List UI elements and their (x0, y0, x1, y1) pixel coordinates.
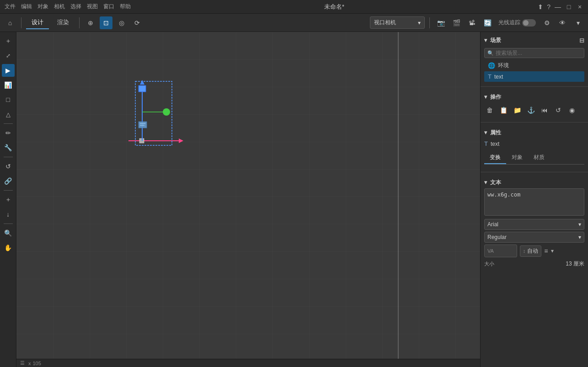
raytracing-control: 光线追踪 (498, 19, 536, 27)
menu-camera[interactable]: 相机 (54, 3, 65, 11)
tab-material[interactable]: 材质 (528, 152, 550, 164)
scene-header[interactable]: ▾ 场景 ⊟ (484, 35, 584, 46)
box-icon[interactable]: □ (2, 93, 15, 106)
pan-tool-icon[interactable]: ✋ (2, 241, 15, 254)
visibility-dropdown[interactable]: ▾ (572, 16, 584, 29)
undo-icon[interactable]: ↺ (2, 160, 15, 173)
menu-file[interactable]: 文件 (5, 3, 16, 11)
topbar-separator-3 (429, 17, 430, 28)
anchor-icon[interactable]: ⚓ (525, 105, 536, 116)
tool-icon[interactable]: 🔧 (2, 141, 15, 154)
text-content-input[interactable]: ww.x6g.com (484, 188, 584, 216)
scene-search-bar: 🔍 (484, 48, 584, 58)
link-icon[interactable]: 🔗 (2, 175, 15, 187)
shape-icon[interactable]: △ (2, 108, 15, 121)
text-obj-label: text (494, 74, 503, 80)
text-section-header[interactable]: ▾ 文本 (484, 177, 584, 188)
svg-rect-10 (139, 122, 147, 128)
svg-point-9 (163, 108, 170, 116)
plus-icon[interactable]: ＋ (2, 193, 15, 206)
transform-tool-icon[interactable]: ⤢ (2, 49, 15, 62)
transform-icon[interactable]: ◎ (115, 16, 128, 29)
minimize-button[interactable]: — (554, 3, 561, 11)
raytracing-toggle[interactable] (522, 19, 536, 27)
lt-separator-1 (4, 123, 13, 124)
stats-icon[interactable]: 📊 (2, 79, 15, 91)
property-tabs: 变换 对象 材质 (484, 152, 584, 165)
hamburger-icon[interactable]: ☰ (20, 360, 25, 366)
menu-view[interactable]: 视图 (87, 3, 98, 11)
folder-icon[interactable]: 📁 (512, 105, 523, 116)
tab-object[interactable]: 对象 (506, 152, 528, 164)
globe-icon[interactable]: ◉ (567, 105, 577, 116)
tab-transform[interactable]: 变换 (484, 152, 506, 164)
viewport-x-label: x (28, 361, 31, 366)
titlebar: 文件 编辑 对象 相机 选择 视图 窗口 帮助 未命名* ⬆ ? — □ × (0, 0, 588, 14)
left-toolbar: ＋ ⤢ ▶ 📊 □ △ ✏ 🔧 ↺ 🔗 ＋ ↓ 🔍 ✋ (0, 32, 16, 367)
delete-icon[interactable]: 🗑 (484, 105, 495, 116)
style-dropdown-arrow: ▾ (578, 234, 581, 240)
text-chevron: ▾ (484, 179, 487, 186)
ops-chevron: ▾ (484, 94, 487, 100)
ops-icons-row: 🗑 📋 📁 ⚓ ⏮ ↺ ◉ (484, 103, 584, 117)
upload-icon[interactable]: ⬆ (538, 3, 543, 11)
size-label: 大小 (484, 261, 494, 267)
text-section: ▾ 文本 ww.x6g.com Arial ▾ Regular ▾ VA 0 (481, 174, 588, 271)
viewport[interactable]: x ☰ x 105 (16, 32, 480, 367)
camera-dropdown-arrow: ▾ (418, 20, 421, 26)
down-icon[interactable]: ↓ (2, 208, 15, 221)
add-object-icon[interactable]: ＋ (2, 35, 15, 48)
menu-select[interactable]: 选择 (70, 3, 81, 11)
camera-dropdown[interactable]: 视口相机 ▾ (370, 16, 425, 29)
size-row: 大小 13 厘米 (484, 260, 584, 268)
viewport-bottom-bar: ☰ x 105 (16, 359, 480, 367)
rotate-icon[interactable]: ⟳ (131, 16, 144, 29)
close-button[interactable]: × (576, 3, 583, 11)
menu-window[interactable]: 窗口 (103, 3, 114, 11)
filter-icon[interactable]: ⊟ (579, 37, 584, 44)
ops-header[interactable]: ▾ 操作 (484, 91, 584, 103)
properties-section: ▾ 属性 T text 变换 对象 材质 (481, 124, 588, 170)
align-dropdown-arrow[interactable]: ▾ (551, 248, 554, 254)
copy-icon[interactable]: 📋 (498, 105, 509, 116)
align-icon[interactable]: ≡ (544, 247, 548, 255)
undo-op-icon[interactable]: ↺ (553, 105, 564, 116)
home-icon[interactable]: ⌂ (4, 16, 16, 29)
search-icon: 🔍 (487, 50, 494, 56)
text-bottom-row: VA 0 ↕ 自动 ≡ ▾ (484, 245, 584, 257)
tracking-icon: VA (487, 248, 494, 254)
snap-icon[interactable]: ⊕ (84, 16, 97, 29)
menu-help[interactable]: 帮助 (120, 3, 131, 11)
selection-icon[interactable]: ⊡ (100, 16, 112, 29)
viewport-coords: 105 (33, 361, 41, 366)
camera-icon-3[interactable]: 📽 (465, 16, 478, 29)
camera-icon-1[interactable]: 📷 (434, 16, 447, 29)
scene-search-input[interactable] (496, 50, 581, 56)
help-icon[interactable]: ? (547, 3, 551, 11)
render-tab[interactable]: 渲染 (52, 16, 75, 29)
ops-title: ▾ 操作 (484, 93, 501, 101)
topbar-separator-1 (21, 17, 21, 28)
select-tool-icon[interactable]: ▶ (2, 64, 15, 77)
scene-item-text[interactable]: T text (484, 71, 584, 82)
search-tool-icon[interactable]: 🔍 (2, 227, 15, 239)
maximize-button[interactable]: □ (565, 3, 572, 11)
render-settings-icon[interactable]: ⚙ (540, 16, 553, 29)
text-section-title: ▾ 文本 (484, 179, 501, 186)
design-tab[interactable]: 设计 (26, 16, 49, 29)
scene-item-env[interactable]: 🌐 环境 (484, 60, 584, 71)
first-frame-icon[interactable]: ⏮ (539, 105, 550, 116)
style-dropdown[interactable]: Regular ▾ (484, 232, 584, 243)
menu-edit[interactable]: 编辑 (21, 3, 32, 11)
camera-icon-4[interactable]: 🔄 (481, 16, 494, 29)
visibility-icon[interactable]: 👁 (556, 16, 569, 29)
paint-icon[interactable]: ✏ (2, 127, 15, 139)
prop-item-text: T text (484, 138, 584, 149)
camera-icon-2[interactable]: 🎬 (450, 16, 463, 29)
auto-label: 自动 (527, 247, 538, 255)
divider-3 (481, 172, 588, 172)
menu-object[interactable]: 对象 (37, 3, 48, 11)
tracking-input[interactable]: 0 (496, 246, 514, 255)
props-header[interactable]: ▾ 属性 (484, 127, 584, 138)
font-dropdown[interactable]: Arial ▾ (484, 219, 584, 230)
